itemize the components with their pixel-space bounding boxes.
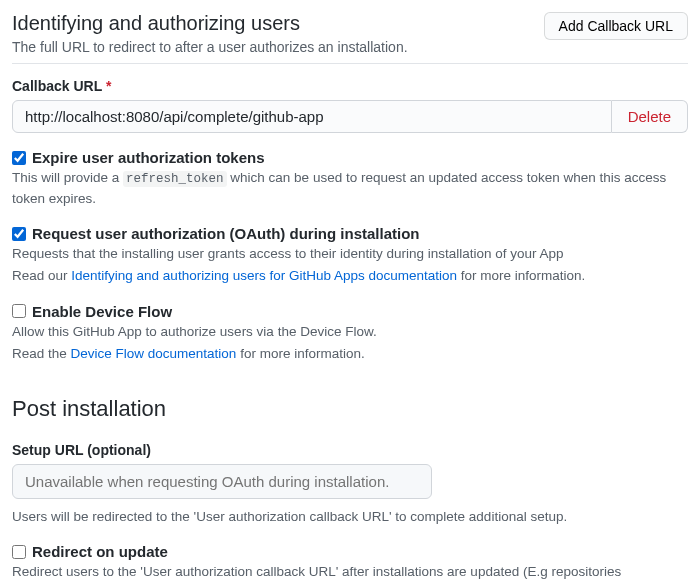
expire-tokens-help: This will provide a refresh_token which … [12,168,688,209]
oauth-help-2: Read our Identifying and authorizing use… [12,266,688,286]
redirect-update-label[interactable]: Redirect on update [32,543,168,560]
oauth-request-block: Request user authorization (OAuth) durin… [12,225,688,287]
device-flow-checkbox[interactable] [12,304,26,318]
device-flow-help-2: Read the Device Flow documentation for m… [12,344,688,364]
expire-tokens-block: Expire user authorization tokens This wi… [12,149,688,209]
section-title: Identifying and authorizing users [12,12,408,35]
section-subtitle: The full URL to redirect to after a user… [12,39,408,55]
section-identifying-header: Identifying and authorizing users The fu… [12,12,688,64]
post-installation-title: Post installation [12,396,688,422]
expire-tokens-checkbox[interactable] [12,151,26,165]
setup-url-input [12,464,432,499]
oauth-docs-link[interactable]: Identifying and authorizing users for Gi… [71,268,457,283]
oauth-help-1: Requests that the installing user grants… [12,244,688,264]
oauth-request-checkbox[interactable] [12,227,26,241]
required-indicator: * [106,78,111,94]
device-flow-label[interactable]: Enable Device Flow [32,303,172,320]
redirect-update-block: Redirect on update Redirect users to the… [12,543,688,588]
add-callback-url-button[interactable]: Add Callback URL [544,12,688,40]
setup-url-help: Users will be redirected to the 'User au… [12,507,688,527]
expire-tokens-label[interactable]: Expire user authorization tokens [32,149,265,166]
callback-url-label: Callback URL * [12,78,688,94]
callback-url-row: Delete [12,100,688,133]
delete-callback-button[interactable]: Delete [612,100,688,133]
device-flow-block: Enable Device Flow Allow this GitHub App… [12,303,688,365]
callback-url-input[interactable] [12,100,612,133]
device-flow-help-1: Allow this GitHub App to authorize users… [12,322,688,342]
redirect-update-checkbox[interactable] [12,545,26,559]
device-flow-docs-link[interactable]: Device Flow documentation [71,346,237,361]
setup-url-label: Setup URL (optional) [12,442,688,458]
redirect-update-help: Redirect users to the 'User authorizatio… [12,562,688,588]
oauth-request-label[interactable]: Request user authorization (OAuth) durin… [32,225,420,242]
